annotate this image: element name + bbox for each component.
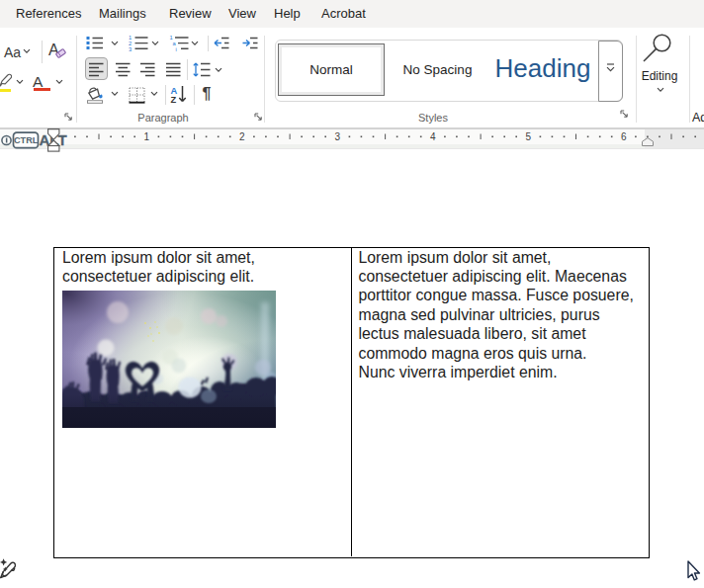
svg-text:6: 6 — [621, 131, 627, 142]
svg-text:5: 5 — [526, 131, 532, 142]
svg-text:CTRL: CTRL — [14, 135, 39, 145]
svg-text:2: 2 — [239, 131, 245, 142]
svg-text:4: 4 — [430, 131, 436, 142]
svg-text:3: 3 — [335, 131, 341, 142]
svg-text:1: 1 — [144, 131, 150, 142]
svg-text:i: i — [175, 46, 176, 51]
svg-text:3: 3 — [129, 46, 132, 51]
svg-text:Z: Z — [171, 94, 177, 104]
